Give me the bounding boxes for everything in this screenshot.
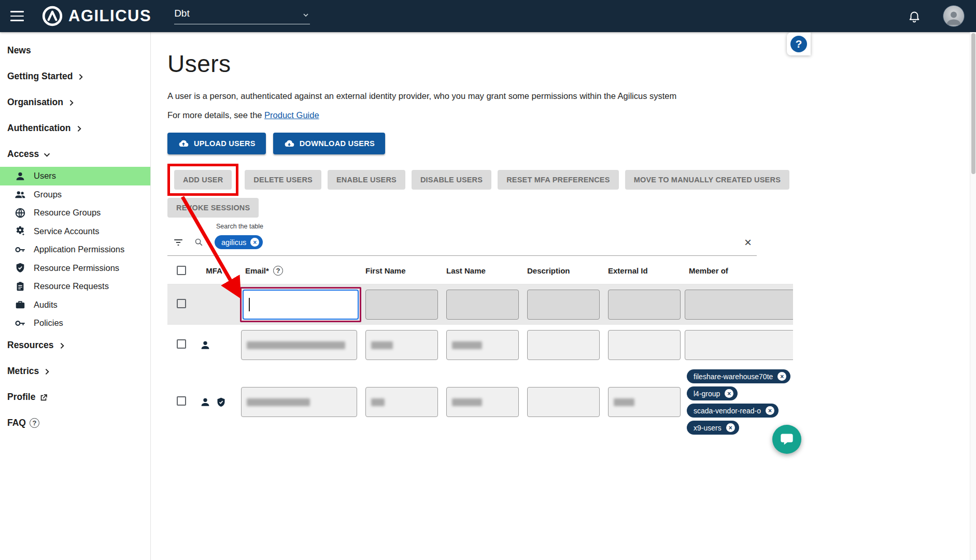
- email-input[interactable]: [243, 290, 359, 320]
- chat-icon: [780, 432, 794, 447]
- filter-icon[interactable]: [173, 237, 184, 248]
- sidebar-item-label: Groups: [34, 190, 62, 199]
- help-button[interactable]: ?: [787, 33, 811, 55]
- person-icon: [15, 170, 26, 182]
- disable-users-button[interactable]: DISABLE USERS: [412, 170, 491, 190]
- enable-users-button[interactable]: ENABLE USERS: [328, 170, 405, 190]
- row-checkbox[interactable]: [177, 396, 186, 406]
- services-gear-icon: [15, 225, 26, 237]
- last-name-input[interactable]: [446, 330, 519, 360]
- move-to-manually-created-users-button[interactable]: MOVE TO MANUALLY CREATED USERS: [625, 170, 789, 190]
- member-chip-label: fileshare-warehouse70te: [694, 372, 773, 381]
- sidebar-item-label: Getting Started: [7, 71, 73, 82]
- last-name-input[interactable]: [446, 290, 519, 320]
- row-checkbox[interactable]: [177, 339, 186, 349]
- column-header-mfa: MFA: [191, 266, 237, 275]
- sidebar-item-label: FAQ: [7, 418, 26, 428]
- sidebar-item-faq[interactable]: FAQ ?: [0, 410, 150, 436]
- last-name-input[interactable]: [446, 387, 519, 417]
- delete-users-button[interactable]: DELETE USERS: [245, 170, 321, 190]
- external-id-input[interactable]: [608, 290, 681, 320]
- table-row-new-user: [167, 284, 793, 325]
- reset-mfa-preferences-button[interactable]: RESET MFA PREFERENCES: [498, 170, 618, 190]
- email-input[interactable]: [241, 330, 357, 360]
- row-checkbox[interactable]: [177, 299, 186, 308]
- column-header-description: Description: [523, 266, 604, 275]
- chip-remove-icon[interactable]: ×: [777, 372, 786, 381]
- external-id-input[interactable]: [608, 387, 681, 417]
- sidebar-item-application-permissions[interactable]: Application Permissions: [0, 240, 150, 259]
- details-line: For more details, see the Product Guide: [167, 110, 976, 120]
- sidebar-item-resource-groups[interactable]: Resource Groups: [0, 204, 150, 222]
- sidebar-item-authentication[interactable]: Authentication: [0, 115, 150, 141]
- sidebar-item-resources[interactable]: Resources: [0, 333, 150, 358]
- sidebar-item-service-accounts[interactable]: Service Accounts: [0, 222, 150, 241]
- member-of-input[interactable]: [685, 330, 793, 360]
- notifications-button[interactable]: [908, 9, 921, 23]
- avatar[interactable]: [943, 5, 965, 27]
- description-input[interactable]: [527, 330, 600, 360]
- upload-users-button[interactable]: UPLOAD USERS: [167, 133, 266, 154]
- sidebar-item-groups[interactable]: Groups: [0, 185, 150, 204]
- search-icon: [194, 238, 203, 247]
- chat-button[interactable]: [772, 425, 801, 454]
- member-chip-label: l4-group: [694, 390, 720, 398]
- avatar-person-icon: [944, 8, 963, 26]
- chip-remove-icon[interactable]: ×: [766, 406, 774, 415]
- search-filter-chip[interactable]: agilicus ×: [215, 235, 263, 249]
- sidebar-item-news[interactable]: News: [0, 37, 150, 63]
- sidebar-item-users[interactable]: Users: [0, 167, 150, 185]
- member-chip[interactable]: l4-group ×: [687, 386, 738, 400]
- member-of-input[interactable]: [685, 290, 793, 320]
- member-chip-label: scada-vendor-read-o: [694, 407, 761, 415]
- column-header-email: Email*: [245, 266, 269, 275]
- agilicus-logo-icon: [41, 5, 63, 27]
- sidebar-item-label: Access: [7, 149, 39, 160]
- download-users-label: DOWNLOAD USERS: [300, 139, 375, 148]
- sidebar-item-policies[interactable]: Policies: [0, 314, 150, 333]
- sidebar-item-label: Profile: [7, 392, 35, 403]
- details-prefix: For more details, see the: [167, 110, 262, 120]
- email-input[interactable]: [241, 387, 357, 417]
- first-name-input[interactable]: [365, 330, 438, 360]
- column-header-first-name: First Name: [361, 266, 442, 275]
- sidebar-item-resource-requests[interactable]: Resource Requests: [0, 277, 150, 296]
- menu-icon[interactable]: [9, 10, 25, 22]
- first-name-input[interactable]: [365, 290, 438, 320]
- chip-remove-icon[interactable]: ×: [726, 423, 735, 432]
- org-selector[interactable]: Dbt: [174, 8, 310, 24]
- first-name-input[interactable]: [365, 387, 438, 417]
- add-user-button[interactable]: ADD USER: [174, 170, 232, 190]
- description-input[interactable]: [527, 290, 600, 320]
- chevron-right-icon: [58, 341, 66, 350]
- email-help-icon[interactable]: ?: [273, 266, 283, 276]
- page-description: A user is a person, authenticated agains…: [167, 91, 976, 101]
- scrollbar-thumb[interactable]: [971, 33, 975, 174]
- key-icon: [15, 244, 26, 255]
- sidebar-item-organisation[interactable]: Organisation: [0, 89, 150, 115]
- sidebar-item-audits[interactable]: Audits: [0, 296, 150, 314]
- chip-remove-icon[interactable]: ×: [725, 389, 733, 398]
- sidebar-item-label: Application Permissions: [34, 245, 124, 254]
- product-guide-link[interactable]: Product Guide: [264, 110, 319, 120]
- clear-search-icon[interactable]: ×: [744, 236, 752, 249]
- key-icon: [15, 318, 26, 329]
- download-users-button[interactable]: DOWNLOAD USERS: [273, 133, 385, 154]
- sidebar-item-metrics[interactable]: Metrics: [0, 358, 150, 384]
- member-chip[interactable]: scada-vendor-read-o ×: [687, 404, 779, 418]
- member-chip[interactable]: fileshare-warehouse70te ×: [687, 369, 790, 383]
- select-all-checkbox[interactable]: [177, 266, 186, 275]
- globe-icon: [15, 207, 26, 219]
- external-id-input[interactable]: [608, 330, 681, 360]
- sidebar-item-label: Resource Permissions: [34, 263, 119, 273]
- column-header-member-of: Member of: [685, 266, 793, 275]
- sidebar-item-resource-permissions[interactable]: Resource Permissions: [0, 259, 150, 278]
- member-chip[interactable]: x9-users ×: [687, 421, 739, 435]
- sidebar-item-profile[interactable]: Profile: [0, 384, 150, 410]
- sidebar-item-access[interactable]: Access: [0, 141, 150, 167]
- revoke-sessions-button[interactable]: REVOKE SESSIONS: [167, 198, 259, 218]
- vertical-scrollbar[interactable]: [970, 32, 976, 560]
- sidebar-item-getting-started[interactable]: Getting Started: [0, 63, 150, 89]
- chip-remove-icon[interactable]: ×: [250, 238, 259, 247]
- description-input[interactable]: [527, 387, 600, 417]
